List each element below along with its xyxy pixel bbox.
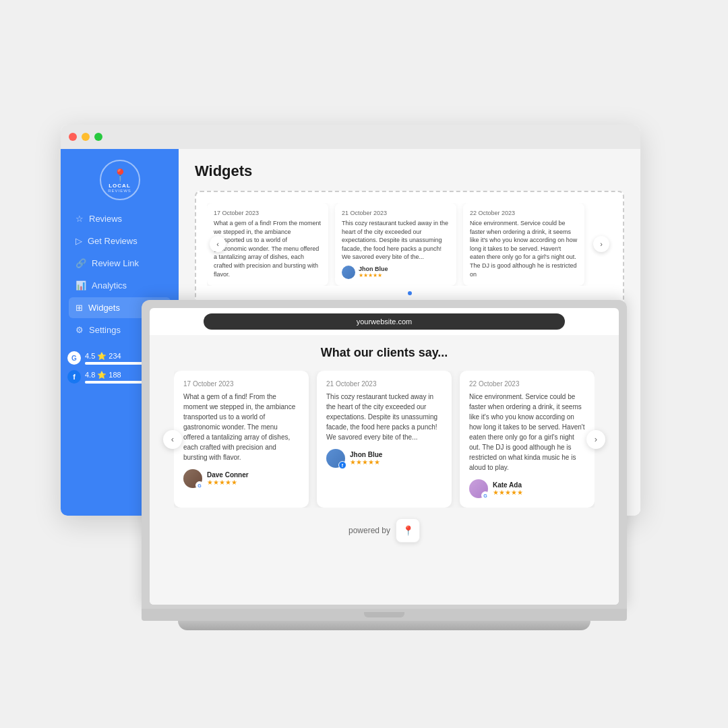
author-name: Jhon Blue	[359, 266, 388, 272]
review-link-icon: 🔗	[75, 258, 86, 268]
sidebar-label-widgets: Widgets	[88, 303, 120, 313]
sidebar-item-review-link[interactable]: 🔗 Review Link	[69, 253, 171, 274]
scene: 📍 LOCAL REVIEWS ☆ Reviews ▷ Get Reviews …	[61, 125, 667, 630]
laptop-mockup: yourwebsite.com What our clients say... …	[142, 300, 627, 630]
author-avatar	[342, 266, 355, 279]
laptop-card-text: Nice environment. Service could be faste…	[469, 392, 585, 473]
close-button[interactable]	[69, 133, 77, 141]
laptop-card-text: What a gem of a find! From the moment we…	[183, 392, 299, 462]
analytics-icon: 📊	[75, 280, 86, 291]
google-badge: G	[195, 481, 204, 489]
laptop-next-arrow[interactable]: ›	[586, 430, 605, 449]
mini-review-card: 21 October 2023 This cozy restaurant tuc…	[335, 203, 456, 286]
laptop-card-date: 22 October 2023	[469, 380, 585, 388]
card-author: Jhon Blue ★★★★★	[342, 266, 450, 279]
laptop-cards-container: ‹ 17 October 2023 What a gem of a find! …	[163, 371, 605, 508]
card-text: What a gem of a find! From the moment we…	[214, 219, 322, 278]
carousel-indicator	[408, 291, 412, 295]
logo-sub: REVIEWS	[108, 189, 131, 193]
mini-review-card: 22 October 2023 Nice environment. Servic…	[463, 203, 584, 286]
sidebar-label-review-link: Review Link	[92, 258, 139, 268]
facebook-logo: f	[67, 370, 81, 384]
author-name: Jhon Blue	[350, 451, 382, 458]
sidebar-label-reviews: Reviews	[89, 214, 122, 224]
heading: What our clients say...	[163, 346, 605, 360]
google-badge: G	[481, 491, 489, 499]
powered-by-logo: 📍	[396, 518, 420, 543]
laptop-content: What our clients say... ‹ 17 October 202…	[150, 335, 619, 605]
sidebar-item-get-reviews[interactable]: ▷ Get Reviews	[69, 231, 171, 251]
card-date: 17 October 2023	[214, 210, 322, 216]
star-rating: ★★★★★	[493, 489, 523, 496]
browser-titlebar	[61, 125, 640, 149]
widgets-icon: ⊞	[75, 303, 83, 313]
author-name: Dave Conner	[207, 471, 249, 479]
settings-icon: ⚙	[75, 325, 84, 335]
laptop-card-author: G Kate Ada ★★★★★	[469, 479, 585, 498]
card-text: This cozy restaurant tucked away in the …	[342, 219, 450, 262]
card-text: Nice environment. Service could be faste…	[470, 219, 578, 278]
carousel-container: ‹ 17 October 2023 What a gem of a find! …	[207, 203, 612, 286]
logo-name: LOCAL	[109, 183, 131, 189]
laptop-card-author: G Dave Conner ★★★★★	[183, 469, 299, 488]
next-arrow[interactable]: ›	[593, 236, 609, 252]
jhon-avatar: f	[326, 449, 345, 468]
url-bar: yourwebsite.com	[204, 313, 565, 330]
sidebar-item-analytics[interactable]: 📊 Analytics	[69, 275, 171, 296]
logo-icon: 📍	[113, 168, 127, 183]
laptop-review-cards: 17 October 2023 What a gem of a find! Fr…	[174, 371, 595, 508]
minimize-button[interactable]	[82, 133, 90, 141]
powered-by: powered by 📍	[163, 518, 605, 543]
author-name: Kate Ada	[493, 481, 523, 489]
card-date: 21 October 2023	[342, 210, 450, 216]
powered-by-label: powered by	[348, 526, 390, 535]
laptop-review-card: 21 October 2023 This cozy restaurant tuc…	[317, 371, 452, 508]
star-rating: ★★★★★	[207, 479, 249, 486]
maximize-button[interactable]	[94, 133, 102, 141]
laptop-review-card: 22 October 2023 Nice environment. Servic…	[460, 371, 595, 508]
kate-avatar: G	[469, 479, 488, 498]
laptop-foot	[178, 621, 590, 630]
laptop-card-date: 17 October 2023	[183, 380, 299, 388]
card-date: 22 October 2023	[470, 210, 578, 216]
laptop-screen: yourwebsite.com What our clients say... …	[150, 308, 619, 605]
laptop-review-card: 17 October 2023 What a gem of a find! Fr…	[174, 371, 309, 508]
laptop-card-text: This cozy restaurant tucked away in the …	[326, 392, 442, 442]
app-logo: 📍 LOCAL REVIEWS	[100, 160, 140, 200]
get-reviews-icon: ▷	[75, 236, 82, 246]
laptop-base	[142, 609, 627, 621]
laptop-notch	[364, 612, 404, 617]
facebook-badge: f	[338, 461, 346, 469]
laptop-prev-arrow[interactable]: ‹	[163, 430, 182, 449]
sidebar-item-reviews[interactable]: ☆ Reviews	[69, 208, 171, 229]
page-title: Widgets	[195, 162, 624, 180]
brand-logo-icon: 📍	[402, 525, 414, 536]
google-logo: G	[67, 351, 81, 365]
sidebar-label-settings: Settings	[89, 325, 121, 335]
review-cards: 17 October 2023 What a gem of a find! Fr…	[207, 203, 612, 286]
prev-arrow[interactable]: ‹	[210, 236, 226, 252]
star-rating: ★★★★★	[359, 272, 388, 278]
widget-preview-area: ‹ 17 October 2023 What a gem of a find! …	[195, 191, 624, 307]
laptop-card-date: 21 October 2023	[326, 380, 442, 388]
sidebar-label-analytics: Analytics	[92, 280, 127, 291]
dave-avatar: G	[183, 469, 202, 488]
laptop-card-author: f Jhon Blue ★★★★★	[326, 449, 442, 468]
star-rating: ★★★★★	[350, 458, 382, 466]
sidebar-label-get-reviews: Get Reviews	[88, 236, 138, 246]
reviews-icon: ☆	[75, 214, 84, 224]
laptop-bezel: yourwebsite.com What our clients say... …	[142, 300, 627, 609]
